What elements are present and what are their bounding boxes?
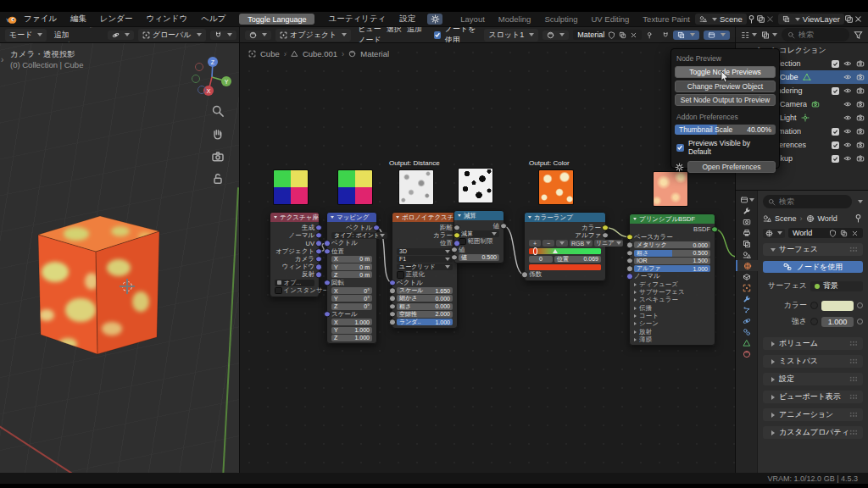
- blender-logo[interactable]: [5, 14, 17, 25]
- socket-ランダ..[interactable]: [389, 319, 396, 325]
- socket-ノーマル[interactable]: [315, 232, 322, 239]
- properties-tab-render[interactable]: [736, 216, 758, 227]
- panel-カスタムプロパティ[interactable]: カスタムプロパティ: [763, 426, 863, 439]
- socket-粗さ[interactable]: [389, 303, 396, 310]
- unlink-scene-icon[interactable]: [765, 14, 775, 24]
- fake-user-shield-icon[interactable]: [829, 230, 837, 237]
- socket-係数[interactable]: [521, 272, 528, 279]
- node-row-Y[interactable]: Y1.000: [327, 326, 376, 334]
- use-nodes-button[interactable]: ノードを使用: [763, 261, 863, 273]
- toggle-language-button[interactable]: Toggle Language: [239, 14, 314, 25]
- socket-カメラ[interactable]: [315, 256, 322, 263]
- close-icon[interactable]: [851, 230, 859, 237]
- mode-selector[interactable]: モード: [5, 29, 47, 42]
- socket-値[interactable]: [451, 254, 458, 261]
- camera-view-icon[interactable]: [211, 150, 225, 164]
- node-row-正規化[interactable]: 正規化: [392, 271, 457, 279]
- camera-icon[interactable]: [856, 154, 865, 163]
- socket-UV[interactable]: [315, 240, 322, 247]
- colorramp-gradient[interactable]: [529, 248, 601, 254]
- panel-ボリューム[interactable]: ボリューム: [763, 337, 863, 350]
- snap-selector[interactable]: [210, 30, 236, 40]
- node-tex-coord[interactable]: テクスチャ座標生成ノーマルUVオブジェクトカメラウィンドウ反射オブ...インスタ…: [270, 212, 320, 297]
- copy-icon[interactable]: [840, 230, 848, 237]
- shader-menu-ノード[interactable]: ノード: [355, 36, 383, 42]
- camera-icon[interactable]: [856, 127, 865, 136]
- node-row-Y[interactable]: Y0°: [327, 295, 376, 302]
- fake-user-shield-icon[interactable]: [608, 31, 615, 39]
- open-preferences-button[interactable]: Open Preferences: [687, 161, 776, 173]
- pin-icon[interactable]: [854, 214, 863, 223]
- shader-menu-選択[interactable]: 選択: [384, 27, 404, 33]
- node-row-swatch[interactable]: [525, 263, 605, 270]
- properties-tab-constraints[interactable]: [736, 326, 758, 337]
- node-row-X[interactable]: X0 m: [327, 255, 376, 263]
- node-row-3D[interactable]: 3D: [392, 247, 457, 255]
- transform-pivot-selector[interactable]: [108, 30, 134, 40]
- display-mode-selector[interactable]: [741, 30, 757, 40]
- properties-tab-view-layer[interactable]: [736, 238, 758, 249]
- menu-ヘルプ[interactable]: ヘルプ: [194, 14, 232, 23]
- filter-funnel-icon[interactable]: [854, 30, 863, 40]
- zoom-tool-icon[interactable]: [211, 104, 225, 118]
- eye-icon[interactable]: [843, 127, 852, 136]
- shader-type-selector[interactable]: オブジェクト: [275, 29, 351, 42]
- keyframe-dot[interactable]: [857, 302, 863, 308]
- node-row-Z[interactable]: Z1.000: [327, 334, 376, 341]
- camera-icon[interactable]: [856, 114, 865, 122]
- node-row-スケール[interactable]: スケール1.650: [392, 286, 457, 294]
- eye-icon[interactable]: [843, 100, 852, 108]
- eye-icon[interactable]: [843, 86, 852, 95]
- keyframe-dot[interactable]: [857, 319, 863, 324]
- eye-icon[interactable]: [843, 59, 852, 68]
- viewport-menu-オブジェクト[interactable]: オブジェクト: [51, 42, 103, 43]
- camera-icon[interactable]: [856, 86, 865, 95]
- surface-shader-selector[interactable]: 背景: [810, 281, 863, 291]
- socket-カラー[interactable]: [602, 225, 609, 231]
- world-browse-selector[interactable]: [763, 229, 785, 238]
- node-row-スペキュラー[interactable]: スペキュラー: [630, 297, 715, 304]
- workspace-tab-Layout[interactable]: Layout: [454, 14, 491, 25]
- world-color-swatch[interactable]: [821, 301, 854, 311]
- socket-IOR[interactable]: [626, 258, 633, 264]
- camera-icon[interactable]: [856, 141, 865, 149]
- node-row-粗さ[interactable]: 粗さ0.500: [630, 249, 715, 257]
- socket-値[interactable]: [451, 247, 458, 253]
- node-row-ディフューズ[interactable]: ディフューズ: [630, 280, 715, 288]
- properties-tab-material[interactable]: [736, 348, 758, 359]
- filter-selector[interactable]: [761, 30, 777, 40]
- eye-icon[interactable]: [843, 73, 852, 81]
- exclude-checkbox[interactable]: [832, 141, 839, 149]
- node-header[interactable]: テクスチャ座標: [270, 213, 319, 222]
- node-row-細かさ[interactable]: 細かさ0.000: [392, 295, 457, 302]
- node-row-放射[interactable]: 放射: [630, 328, 715, 336]
- menu-ファイル[interactable]: ファイル: [17, 14, 64, 23]
- node-row-タイプ: ポイント[interactable]: タイプ: ポイント: [327, 231, 376, 239]
- node-row-ramptools[interactable]: +−RGBリニア: [525, 240, 605, 247]
- node-row-粗さ[interactable]: 粗さ0.000: [392, 302, 457, 310]
- node-row-X[interactable]: X1.000: [327, 319, 376, 326]
- surface-panel-header[interactable]: サーフェス: [763, 243, 863, 256]
- exclude-checkbox[interactable]: [832, 60, 839, 68]
- pan-hand-icon[interactable]: [211, 127, 225, 141]
- socket-回転[interactable]: [324, 280, 331, 286]
- utility-menu[interactable]: ユーティリティ: [321, 14, 392, 25]
- node-row-値[interactable]: 値0.500: [454, 253, 504, 261]
- node-header[interactable]: マッピング: [327, 213, 376, 222]
- node-row-メタリック[interactable]: メタリック0.000: [630, 241, 715, 249]
- strength-slider[interactable]: 1.000: [821, 317, 854, 327]
- properties-tab-particles[interactable]: [736, 304, 758, 315]
- snap-magnet-icon[interactable]: [662, 30, 669, 40]
- socket-位置[interactable]: [324, 248, 331, 255]
- socket-アルファ[interactable]: [602, 232, 609, 239]
- previews-visible-checkbox[interactable]: Previews Visible by Default: [676, 139, 774, 156]
- socket-粗さ[interactable]: [626, 250, 633, 257]
- material-name-field[interactable]: Material: [573, 30, 642, 40]
- socket-ベクトル[interactable]: [373, 225, 380, 231]
- view-layer-selector[interactable]: ViewLayer: [778, 14, 844, 25]
- properties-tab-modifiers[interactable]: [736, 293, 758, 304]
- viewport-3d[interactable]: カメラ・透視投影 (0) Collection | Cube › Z Y X: [0, 43, 240, 473]
- use-nodes-checkbox[interactable]: [434, 31, 441, 39]
- socket-アルファ[interactable]: [626, 265, 633, 272]
- properties-tab-data[interactable]: [736, 337, 758, 348]
